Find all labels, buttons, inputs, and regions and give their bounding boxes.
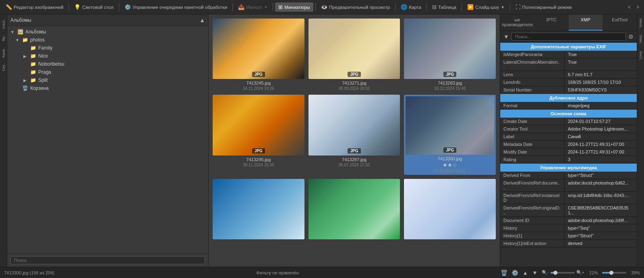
filter-btn[interactable]: ⚙️ <box>511 270 518 276</box>
trash-btn[interactable]: 🗑️ <box>501 270 507 276</box>
photo-thumb-inner-7413271 <box>309 19 400 79</box>
photo-cell-7413303[interactable] <box>404 179 496 239</box>
scroll-down-btn[interactable]: ▼ <box>532 270 538 276</box>
left-bar-settings[interactable]: .. <box>1 75 6 81</box>
albums-root-label: Альбомы <box>25 29 205 35</box>
photo-thumb-inner-7413295 <box>213 95 304 155</box>
photo-name-7413300: 7413300.jpg <box>438 156 462 161</box>
photo-thumb-inner-7413303 <box>404 179 496 239</box>
meta-value: xmp.iid:1dbf84db-16bc-8343-... <box>565 192 637 204</box>
meta-key: DerivedFrom/stRef:docume... <box>500 179 565 191</box>
scroll-up-btn[interactable]: ▲ <box>522 270 528 276</box>
toolbar-editor-label: Редактор изображений <box>14 5 63 10</box>
trash-label: Корзина <box>30 85 205 91</box>
toolbar-slideshow-label: Слайд-шоу <box>475 5 499 10</box>
sidebar-item-nice[interactable]: ▶ 📁 Nice <box>7 52 208 60</box>
editor-icon: ✏️ <box>6 4 12 10</box>
photo-cell-7413271[interactable]: JPG7413271.jpg08.09.2024 20:32 <box>309 19 400 91</box>
photo-cell-7413301[interactable] <box>213 179 304 239</box>
photo-thumb-7413295: JPG <box>213 95 304 155</box>
meta-value: 3 <box>565 156 637 163</box>
toolbar-sep-2 <box>119 3 119 11</box>
import-dropdown-icon: ▼ <box>264 5 267 9</box>
sidebar-item-split[interactable]: ▶ 📁 Split <box>7 76 208 84</box>
zoom-bar-right[interactable] <box>602 272 626 274</box>
meta-key: Modify Date <box>500 148 565 156</box>
split-label: Split <box>38 77 205 83</box>
filter-icon[interactable]: ▼ <box>503 33 510 41</box>
left-bar-search[interactable]: Ско.. <box>1 60 6 74</box>
albums-tree: ▼ 🖼️ Альбомы ▼ 📁 photos 📁 Family ▶ 📁 Nic… <box>7 26 208 253</box>
meta-value: True <box>565 51 637 58</box>
meta-key: IsMergedPanorama <box>500 51 565 58</box>
toolbar-map[interactable]: 🌐 Карта <box>398 2 425 12</box>
tab-xmp[interactable]: XMP <box>569 15 603 31</box>
sidebar-item-praga[interactable]: 📁 Praga <box>7 68 208 76</box>
toolbar-nav-prev[interactable]: < <box>625 3 633 12</box>
zoom-bar-left[interactable] <box>551 272 575 274</box>
left-bar-albums[interactable]: Альб.. <box>1 16 6 31</box>
toolbar-import[interactable]: 📥 Импорт ▼ <box>235 2 271 12</box>
right-bar-desc[interactable]: Опис.. <box>638 32 644 48</box>
meta-key: Metadata Date <box>500 141 565 148</box>
tab-xmp-label: XMP <box>581 17 590 22</box>
photo-thumb-7413302 <box>309 179 400 239</box>
zoom-out-icon[interactable]: 🔍- <box>542 270 549 275</box>
photo-date-7413271: 08.09.2024 20:32 <box>339 86 370 91</box>
meta-row: LabelСиний <box>500 133 637 141</box>
slideshow-dropdown-icon: ▼ <box>501 5 505 9</box>
meta-section-dublin_core: Дублинское ядро <box>500 94 637 102</box>
photo-cell-7413300[interactable]: JPG⊕7413300.jpg★★☆01.01.2024 10:57 <box>404 95 496 175</box>
left-bar-calendar[interactable]: Кале.. <box>1 45 6 60</box>
toolbar-fullscreen[interactable]: ⛶ Полноэкранный режим <box>512 2 575 12</box>
meta-value: 168/25 168/25 17/10 17/10 <box>565 79 637 86</box>
photo-date-7413295: 20.11.2024 15:35 <box>243 163 274 167</box>
toolbar-table[interactable]: ⊟ Таблица <box>429 2 460 12</box>
tab-exiftool[interactable]: ExifTool <box>603 15 637 31</box>
photo-cell-7413283[interactable]: JPG7413283.jpg10.12.2024 15:48 <box>404 19 496 91</box>
zoom-level-label: 21% <box>586 270 598 275</box>
nice-folder-icon: 📁 <box>30 53 36 59</box>
sidebar-title: Альбомы <box>10 17 31 23</box>
photo-cell-7413245[interactable]: JPG7413245.jpg24.11.2024 16:26 <box>213 19 304 91</box>
left-bar-tags[interactable]: Яр.. <box>1 32 6 44</box>
toolbar-sep-7 <box>427 3 427 11</box>
noboribetsu-label: Noboribetsu <box>38 61 205 67</box>
map-icon: 🌐 <box>401 4 407 10</box>
fullscreen-icon: ⛶ <box>516 4 521 10</box>
meta-row: LateralChromaticAberration...True <box>500 58 637 71</box>
toolbar-editor[interactable]: ✏️ Редактор изображений <box>2 2 66 12</box>
sidebar-item-albums-root[interactable]: ▼ 🖼️ Альбомы <box>7 28 208 36</box>
toolbar-preview[interactable]: 👁️ Предварительный просмотр <box>318 2 393 12</box>
tab-manufacturer[interactable]: ые производителя <box>500 15 534 31</box>
photo-name-7413245: 7413245.jpg <box>246 81 271 85</box>
sidebar-search-input[interactable] <box>10 256 205 264</box>
zoom-in-icon[interactable]: 🔍+ <box>576 270 584 275</box>
toolbar-nav-next[interactable]: > <box>634 3 642 12</box>
right-bar-instr[interactable]: Инст.. <box>638 49 644 63</box>
photo-thumb-7413297: JPG <box>309 95 400 155</box>
meta-row: Document IDadobe:docid:photoshop:2d9f... <box>500 217 637 224</box>
toolbar-miniatures[interactable]: ⊞ Миниатюры <box>275 2 313 12</box>
photo-cell-7413302[interactable] <box>309 179 400 239</box>
sidebar-item-trash[interactable]: 🗑️ Корзина <box>7 84 208 92</box>
photo-cell-7413297[interactable]: JPG7413297.jpg30.07.2024 17:32 <box>309 95 400 175</box>
sidebar-header: Альбомы ▲ <box>7 15 208 26</box>
meta-value: type="Struct" <box>565 172 637 179</box>
sidebar-item-photos[interactable]: ▼ 📁 photos <box>7 36 208 44</box>
meta-row: History[1]/stEvt:actionderived <box>500 240 637 247</box>
photo-cell-7413295[interactable]: JPG7413295.jpg20.11.2024 15:35 <box>213 95 304 175</box>
queue-icon: ⚙️ <box>124 4 131 10</box>
main-toolbar: ✏️ Редактор изображений 💡 Световой стол … <box>0 0 644 15</box>
tab-iptc[interactable]: IPTC <box>534 15 569 31</box>
metadata-options-icon[interactable]: ⚙ <box>627 33 634 41</box>
right-bar-meta[interactable]: Мета.. <box>638 16 644 31</box>
metadata-search-input[interactable] <box>511 33 626 41</box>
main-layout: Альб.. Яр.. Кале.. Ско.. .. Альбомы ▲ ▼ … <box>0 15 644 267</box>
toolbar-lightdesk[interactable]: 💡 Световой стол <box>71 2 117 12</box>
sidebar-item-family[interactable]: 📁 Family <box>7 44 208 52</box>
toolbar-slideshow[interactable]: ▶️ Слайд-шоу ▼ <box>464 2 508 12</box>
sidebar-item-noboribetsu[interactable]: 📁 Noboribetsu <box>7 60 208 68</box>
toolbar-queue[interactable]: ⚙️ Управление очередями пакетной обработ… <box>121 2 230 12</box>
sidebar-collapse-btn[interactable]: ▲ <box>199 17 205 23</box>
